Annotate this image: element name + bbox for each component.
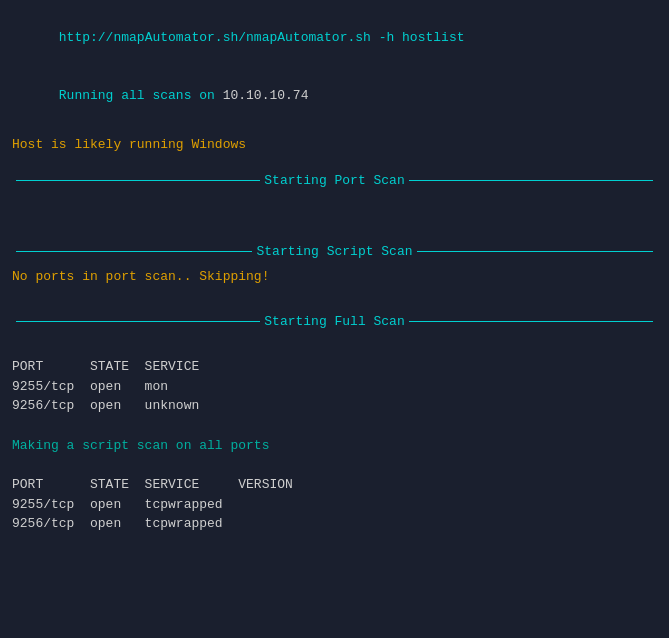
making-script-line: Making a script scan on all ports bbox=[12, 436, 657, 456]
table2-row1: 9255/tcp open tcpwrapped bbox=[12, 495, 657, 515]
full-scan-label: Starting Full Scan bbox=[264, 314, 404, 329]
port-scan-label: Starting Port Scan bbox=[264, 173, 404, 188]
full-scan-divider: Starting Full Scan bbox=[12, 314, 657, 329]
header-url-line: http://nmapAutomator.sh/nmapAutomator.sh… bbox=[12, 8, 657, 67]
running-line: Running all scans on 10.10.10.74 bbox=[12, 67, 657, 126]
divider-right-1 bbox=[409, 180, 653, 181]
table2-row2: 9256/tcp open tcpwrapped bbox=[12, 514, 657, 534]
divider-left-1 bbox=[16, 180, 260, 181]
table1-headers: PORT STATE SERVICE bbox=[12, 357, 657, 377]
port-scan-divider: Starting Port Scan bbox=[12, 173, 657, 188]
header-url-text: http://nmapAutomator.sh/nmapAutomator.sh… bbox=[59, 30, 465, 45]
divider-right-3 bbox=[409, 321, 653, 322]
divider-right-2 bbox=[417, 251, 653, 252]
script-scan-divider: Starting Script Scan bbox=[12, 244, 657, 259]
table1-row2: 9256/tcp open unknown bbox=[12, 396, 657, 416]
script-scan-label: Starting Script Scan bbox=[256, 244, 412, 259]
terminal-window: http://nmapAutomator.sh/nmapAutomator.sh… bbox=[0, 0, 669, 638]
table1-row1: 9255/tcp open mon bbox=[12, 377, 657, 397]
host-line: Host is likely running Windows bbox=[12, 135, 657, 155]
divider-left-3 bbox=[16, 321, 260, 322]
no-ports-line: No ports in port scan.. Skipping! bbox=[12, 267, 657, 287]
divider-left-2 bbox=[16, 251, 252, 252]
table2-headers: PORT STATE SERVICE VERSION bbox=[12, 475, 657, 495]
ip-address: 10.10.10.74 bbox=[223, 88, 309, 103]
running-prefix: Running all scans on bbox=[59, 88, 223, 103]
